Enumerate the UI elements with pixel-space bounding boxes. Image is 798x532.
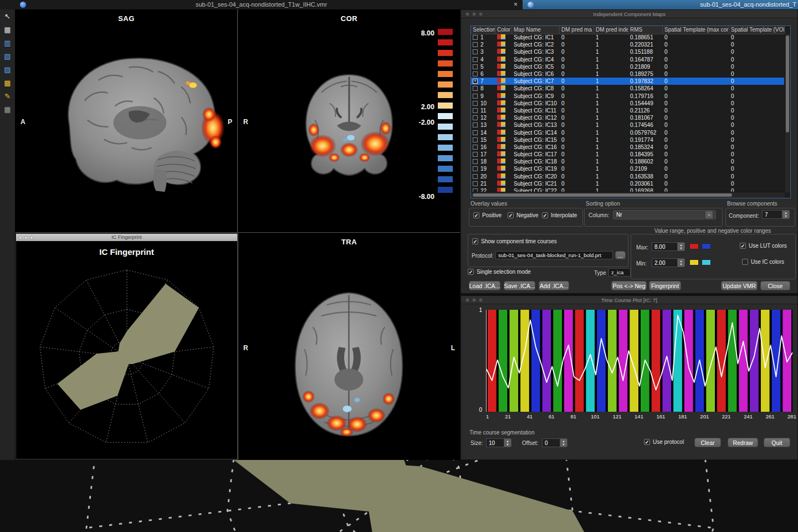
overlay-tool-icon[interactable]: ▦ [3, 105, 12, 114]
table-row[interactable]: 18Subject CG: IC18010.18860200 [471, 158, 785, 165]
column-header[interactable]: Spatial Template (VOI [729, 26, 785, 34]
row-checkbox[interactable] [473, 181, 478, 186]
row-expand-box[interactable]: + [473, 79, 478, 84]
table-row[interactable]: 6Subject CG: IC6010.18927500 [471, 70, 785, 78]
volume-tool-icon[interactable]: ▧ [3, 52, 12, 61]
add-ica-button[interactable]: Add .ICA... [539, 281, 569, 290]
spinner-arrows-icon[interactable]: ▲▼ [504, 438, 511, 447]
show-timecourses-checkbox[interactable]: ✓Show component time courses [472, 238, 557, 244]
negative-color-swatch[interactable] [702, 243, 711, 249]
negative-checkbox[interactable]: ✓Negative [508, 212, 538, 218]
table-row[interactable]: +7Subject CG: IC7010.19783200 [471, 78, 785, 85]
spinner-arrows-icon[interactable]: ▲▼ [782, 210, 790, 219]
column-header[interactable]: RMS [628, 26, 663, 34]
browse-protocol-button[interactable]: ... [615, 251, 626, 259]
spinner-arrows-icon[interactable]: ▲▼ [678, 258, 685, 267]
row-checkbox[interactable] [473, 137, 478, 142]
row-checkbox[interactable] [473, 174, 478, 179]
slice-view-icon[interactable]: ▥ [3, 39, 12, 48]
row-checkbox[interactable] [473, 94, 478, 99]
cor-view[interactable]: COR R 8.00 2.00 -2.00 -8.00 [238, 9, 460, 233]
table-row[interactable]: 20Subject CG: IC20010.16353800 [471, 173, 785, 180]
positive-min-color-swatch[interactable] [689, 259, 699, 265]
size-spinner[interactable]: 10 ▲▼ [486, 438, 511, 447]
column-header[interactable]: DM pred ma [560, 26, 594, 34]
row-checkbox[interactable] [473, 86, 478, 91]
min-spinner[interactable]: 2.00 ▲▼ [652, 258, 685, 267]
save-ica-button[interactable]: Save .ICA... [504, 281, 535, 290]
timecourse-titlebar[interactable]: Time Course Plot [IC: 7] [461, 296, 797, 304]
timecourse-plot[interactable] [486, 310, 792, 412]
table-row[interactable]: 15Subject CG: IC15010.19177400 [471, 136, 785, 144]
grid-view-icon[interactable]: ▦ [3, 25, 12, 34]
table-row[interactable]: 8Subject CG: IC8010.15826400 [471, 85, 785, 92]
left-window-titlebar[interactable]: sub-01_ses-04_acq-nondistorted_T1w_IIHC.… [0, 0, 523, 10]
table-row[interactable]: 11Subject CG: IC11010.2112600 [471, 107, 785, 114]
update-vmr-button[interactable]: Update VMR [721, 281, 758, 290]
component-spinner[interactable]: 7 ▲▼ [762, 210, 790, 219]
table-row[interactable]: 1Subject CG: IC1010.18865100 [471, 34, 785, 41]
table-header[interactable]: SelectionColorMap NameDM pred maDM pred … [471, 26, 785, 34]
row-checkbox[interactable] [473, 130, 478, 135]
fingerprint-button[interactable]: Fingerprint [649, 281, 681, 290]
table-row[interactable]: 19Subject CG: IC19010.210900 [471, 165, 785, 172]
row-checkbox[interactable] [473, 152, 478, 157]
row-checkbox[interactable] [473, 108, 478, 113]
vertical-scrollbar[interactable] [784, 34, 790, 192]
row-checkbox[interactable] [473, 115, 478, 120]
mesh-tool-icon[interactable]: ▨ [3, 65, 12, 74]
column-header[interactable]: DM pred inde [594, 26, 628, 34]
redraw-button[interactable]: Redraw [728, 438, 758, 447]
row-checkbox[interactable] [473, 64, 478, 69]
row-checkbox[interactable] [473, 122, 478, 127]
table-row[interactable]: 13Subject CG: IC13010.17454600 [471, 121, 785, 129]
row-checkbox[interactable] [473, 166, 478, 171]
table-row[interactable]: 21Subject CG: IC21010.20306100 [471, 180, 785, 187]
icm-titlebar[interactable]: Independent Component Maps [461, 10, 797, 18]
table-row[interactable]: 9Subject CG: IC9010.17971600 [471, 93, 785, 100]
fingerprint-window[interactable]: IC Fingerprint IC Fingerprint [16, 233, 238, 459]
row-checkbox[interactable] [473, 101, 478, 106]
row-checkbox[interactable] [473, 145, 478, 150]
column-header[interactable]: Map Name [512, 26, 560, 34]
sort-column-select[interactable]: Nr ⌄ [613, 210, 716, 219]
paint-tool-icon[interactable]: ▩ [3, 79, 12, 88]
interpolate-checkbox[interactable]: ✓Interpolate [542, 212, 577, 218]
table-row[interactable]: 5Subject CG: IC5010.2180900 [471, 63, 785, 70]
horizontal-scrollbar[interactable] [471, 192, 785, 198]
sag-view[interactable]: SAG A P [16, 9, 238, 233]
tra-view[interactable]: TRA R L [238, 233, 460, 460]
protocol-field[interactable]: sub-01_ses-04_task-blocked_run-1_bold.pr… [495, 251, 613, 259]
spinner-arrows-icon[interactable]: ▲▼ [678, 242, 685, 251]
table-row[interactable]: 14Subject CG: IC14010.057976200 [471, 129, 785, 136]
pointer-tool-icon[interactable]: ↖ [3, 12, 12, 21]
quit-button[interactable]: Quit [764, 438, 790, 447]
table-row[interactable]: 2Subject CG: IC2010.22032100 [471, 41, 785, 48]
row-checkbox[interactable] [473, 159, 478, 164]
fingerprint-titlebar[interactable]: IC Fingerprint [16, 234, 237, 241]
positive-color-swatch[interactable] [689, 243, 699, 249]
column-header[interactable]: Spatial Template (max cor [663, 26, 729, 34]
row-checkbox[interactable] [473, 42, 478, 47]
table-row[interactable]: 17Subject CG: IC17010.18439500 [471, 151, 785, 158]
column-header[interactable]: Selection [471, 26, 495, 34]
row-checkbox[interactable] [473, 71, 478, 76]
table-row[interactable]: 16Subject CG: IC16010.18532400 [471, 144, 785, 151]
row-checkbox[interactable] [473, 35, 478, 40]
clear-button[interactable]: Clear [694, 438, 721, 447]
use-lut-colors-checkbox[interactable]: ✓Use LUT colors [740, 243, 787, 249]
table-row[interactable]: 4Subject CG: IC4010.16478700 [471, 56, 785, 63]
row-checkbox[interactable] [473, 49, 478, 54]
column-header[interactable]: Color [495, 26, 512, 34]
row-checkbox[interactable] [473, 57, 478, 62]
marker-tool-icon[interactable]: ✎ [3, 92, 12, 101]
right-window-titlebar[interactable]: sub-01_ses-04_acq-nondistorted_T [523, 0, 798, 9]
use-ic-colors-checkbox[interactable]: Use IC colors [742, 259, 784, 265]
component-table[interactable]: SelectionColorMap NameDM pred maDM pred … [470, 25, 791, 198]
max-spinner[interactable]: 8.00 ▲▼ [652, 242, 685, 251]
use-protocol-checkbox[interactable]: ✓Use protocol [644, 439, 684, 445]
table-row[interactable]: 12Subject CG: IC12010.18106700 [471, 114, 785, 121]
positive-checkbox[interactable]: ✓Positive [473, 212, 502, 218]
negative-min-color-swatch[interactable] [702, 259, 711, 265]
single-selection-checkbox[interactable]: ✓Single selection mode [468, 269, 531, 275]
